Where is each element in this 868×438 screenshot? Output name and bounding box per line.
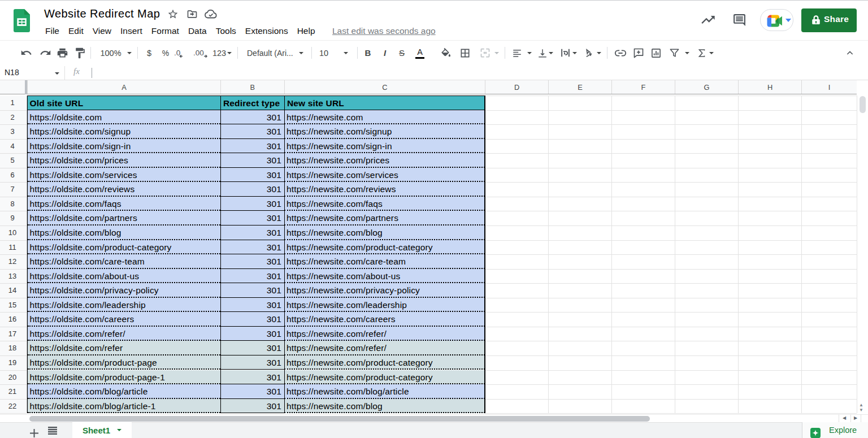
svg-text:.0: .0 xyxy=(174,49,180,57)
svg-text:.00: .00 xyxy=(193,49,204,57)
